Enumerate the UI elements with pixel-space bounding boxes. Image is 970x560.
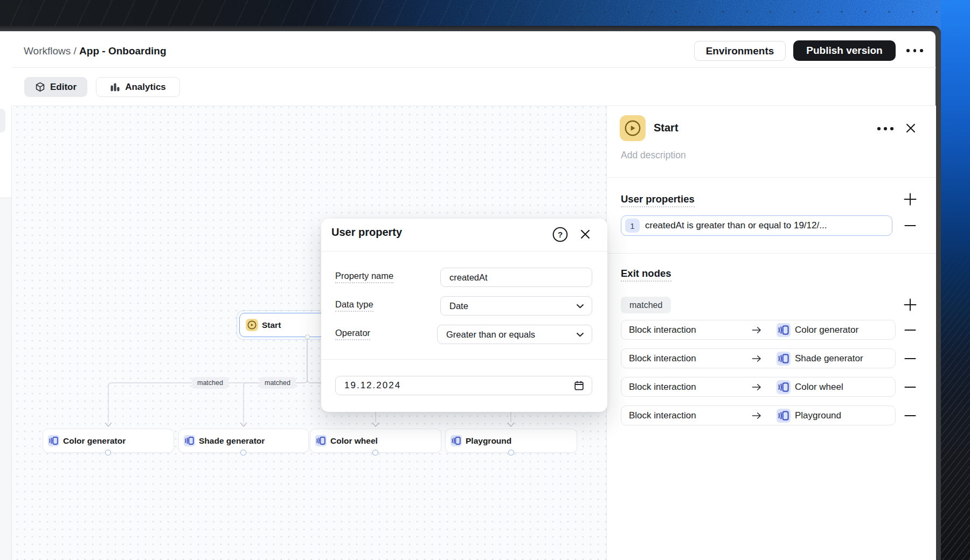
svg-text:?: ? bbox=[558, 230, 563, 239]
